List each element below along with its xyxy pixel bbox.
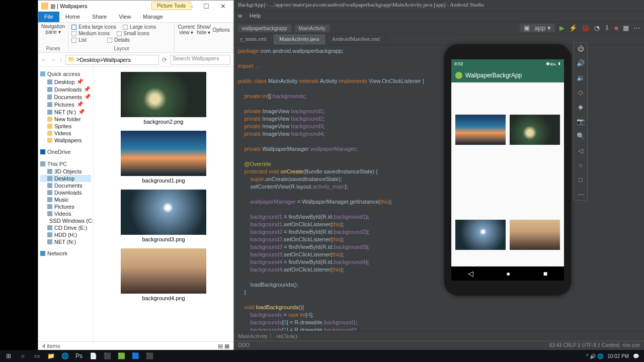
tab-share[interactable]: Share: [86, 12, 113, 22]
photoshop-icon[interactable]: Ps: [72, 351, 86, 361]
menu-item[interactable]: Help: [250, 13, 261, 19]
current-view-button[interactable]: Current view ▾: [178, 24, 194, 35]
notifications-icon[interactable]: 💬: [633, 353, 639, 359]
tab-mainactivity[interactable]: MainActivity.java: [273, 34, 326, 45]
volume-down-icon[interactable]: 🔉: [577, 74, 585, 81]
nav-item[interactable]: SSD Windows (C:): [40, 217, 91, 224]
android-studio-icon[interactable]: 🟩: [115, 351, 128, 361]
file-item[interactable]: background3.png: [121, 190, 206, 246]
nav-item[interactable]: Documents: [40, 182, 91, 189]
tab-file[interactable]: File: [38, 12, 59, 22]
file-list[interactable]: backgroun2.png background1.png backgroun…: [94, 67, 233, 341]
system-tray[interactable]: ^ 🔊 🌐 10:02 PM 💬: [586, 353, 642, 359]
nav-item[interactable]: Downloads: [40, 189, 91, 196]
nav-item[interactable]: Downloads 📌: [40, 85, 91, 93]
show-hide-button[interactable]: Show/ hide ▾: [197, 24, 211, 35]
screenshot-icon[interactable]: 📷: [577, 118, 585, 125]
profiler-icon[interactable]: ◔: [594, 24, 600, 32]
nav-item[interactable]: Documents 📌: [40, 93, 91, 101]
stop-icon[interactable]: ■: [614, 24, 618, 32]
nav-item[interactable]: Wallpapers: [40, 137, 91, 144]
nav-item[interactable]: 3D Objects: [40, 168, 91, 175]
menu-item[interactable]: w: [238, 13, 242, 19]
home-icon[interactable]: ●: [506, 269, 510, 278]
nav-item-selected[interactable]: Desktop: [40, 175, 91, 182]
nav-item[interactable]: Pictures 📌: [40, 101, 91, 108]
back-icon[interactable]: ←: [41, 56, 47, 63]
nav-item[interactable]: NET (N:): [40, 238, 91, 245]
volume-up-icon[interactable]: 🔊: [577, 59, 585, 67]
run-icon[interactable]: ▶: [559, 24, 565, 32]
nav-item[interactable]: CD Drive (E:): [40, 224, 91, 231]
file-item[interactable]: background1.png: [121, 131, 206, 188]
picture-tools-tab[interactable]: Picture Tools: [151, 2, 191, 10]
start-button[interactable]: ⊞: [2, 351, 15, 361]
debug-icon[interactable]: 🐞: [582, 24, 590, 32]
navigation-pane-button[interactable]: Navigation pane ▾: [41, 24, 65, 35]
nav-item[interactable]: NET (N:) 📌: [40, 108, 91, 116]
nav-item[interactable]: Desktop 📌: [40, 78, 91, 85]
more-icon[interactable]: ⋯: [578, 191, 584, 198]
emu-image-1[interactable]: [455, 86, 506, 172]
crumb[interactable]: MainActivity: [295, 25, 330, 32]
crumb[interactable]: wallpaperbackgrapp: [238, 25, 291, 32]
options-button[interactable]: Options: [213, 27, 230, 33]
cortana-icon[interactable]: ○: [16, 351, 29, 361]
back-icon[interactable]: ◁: [468, 269, 473, 278]
nav-network[interactable]: Network: [40, 249, 91, 257]
nav-item[interactable]: HDD (H:): [40, 231, 91, 238]
view-xl[interactable]: Extra large icons: [78, 24, 116, 30]
emu-image-3[interactable]: [455, 176, 506, 262]
run-config[interactable]: ▣ app ▾: [520, 24, 555, 32]
rotate-left-icon[interactable]: ◇: [578, 88, 583, 96]
app-icon[interactable]: 🟦: [129, 351, 142, 361]
zoom-icon[interactable]: 🔍: [577, 132, 585, 140]
tab-manifest[interactable]: AndroidManifest.xml: [326, 34, 387, 45]
view-sm[interactable]: Small icons: [124, 31, 149, 36]
clock[interactable]: 10:02 PM: [607, 353, 629, 359]
address-bar[interactable]: 📁 > Desktop > Wallpapers: [65, 55, 159, 65]
search-input[interactable]: Search Wallpapers: [170, 55, 230, 65]
view-list[interactable]: List: [78, 37, 87, 43]
overview-icon[interactable]: □: [579, 176, 583, 184]
tray-icons[interactable]: ^ 🔊 🌐: [586, 353, 603, 359]
more-icon[interactable]: ⋯: [633, 24, 640, 32]
emulator-screen[interactable]: 8:02�ലം ▮ WallpaperBackgrApp ◁ ● ■: [451, 59, 564, 281]
power-icon[interactable]: ⏻: [578, 45, 584, 52]
tab-layout-xml[interactable]: y_main.xml: [234, 34, 273, 45]
nav-onedrive[interactable]: OneDrive: [40, 148, 91, 156]
app-icon[interactable]: ⬛: [143, 351, 156, 361]
emu-image-4[interactable]: [510, 176, 560, 262]
nav-item[interactable]: New folder: [40, 116, 91, 123]
explorer-icon[interactable]: 📁: [44, 351, 57, 361]
taskview-icon[interactable]: ▭: [30, 351, 43, 361]
back-icon[interactable]: ◁: [578, 147, 583, 154]
apply-icon[interactable]: ⚡: [569, 24, 577, 32]
tab-home[interactable]: Home: [59, 12, 86, 22]
home-icon[interactable]: ○: [579, 161, 583, 169]
todo-tab[interactable]: ODO: [238, 342, 250, 348]
app-icon[interactable]: ⬛: [101, 351, 114, 361]
attach-icon[interactable]: ⇩: [604, 24, 610, 32]
tab-view[interactable]: View: [113, 12, 137, 22]
maximize-icon[interactable]: ☐: [199, 3, 214, 10]
view-toggle-icon[interactable]: ▤ ▦: [218, 343, 229, 350]
nav-quick-access[interactable]: Quick access: [40, 70, 91, 78]
layout-icon[interactable]: ▦: [623, 24, 629, 32]
nav-this-pc[interactable]: This PC: [40, 160, 91, 168]
studio-menubar[interactable]: w Help: [234, 11, 644, 22]
chrome-icon[interactable]: 🌐: [58, 351, 71, 361]
nav-pane[interactable]: Quick access Desktop 📌 Downloads 📌 Docum…: [38, 67, 94, 341]
nav-item[interactable]: Music: [40, 196, 91, 203]
explorer-titlebar[interactable]: ▥ | Wallpapers — ☐ ✕: [38, 1, 233, 12]
rotate-right-icon[interactable]: ◆: [578, 103, 583, 111]
forward-icon[interactable]: →: [50, 56, 56, 63]
file-item[interactable]: background4.png: [121, 248, 206, 305]
nav-item[interactable]: Pictures: [40, 203, 91, 210]
up-icon[interactable]: ↑: [59, 56, 62, 63]
app-icon[interactable]: 📄: [87, 351, 100, 361]
view-md[interactable]: Medium icons: [78, 31, 110, 36]
windows-taskbar[interactable]: ⊞ ○ ▭ 📁 🌐 Ps 📄 ⬛ 🟩 🟦 ⬛ ^ 🔊 🌐 10:02 PM 💬: [0, 350, 644, 362]
recents-icon[interactable]: ■: [543, 269, 547, 278]
view-details[interactable]: Details: [114, 37, 130, 43]
